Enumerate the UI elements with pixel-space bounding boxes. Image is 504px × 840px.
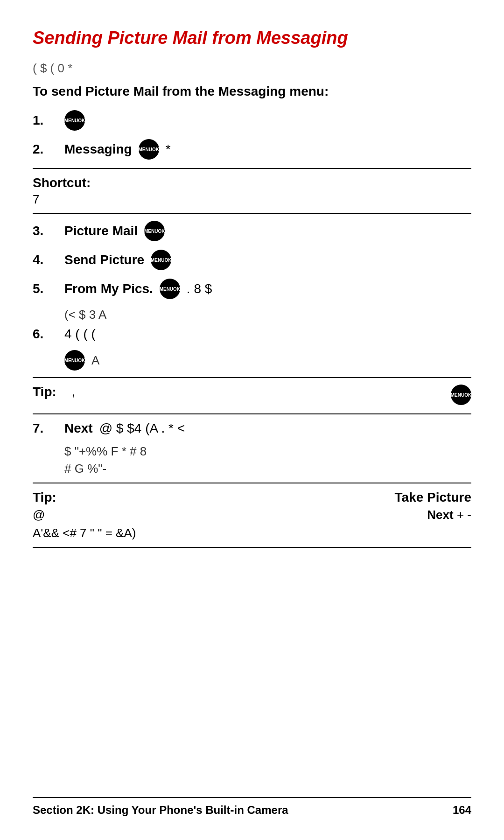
step-2: 2. Messaging MENUOK * xyxy=(33,139,471,160)
step-2-label: Messaging xyxy=(64,142,132,157)
step-7-content: Next @ $ $4 (A . * < xyxy=(64,421,185,436)
step-5-content: From My Pics. MENUOK . 8 $ xyxy=(64,279,212,299)
step-7: 7. Next @ $ $4 (A . * < xyxy=(33,421,471,436)
divider-3 xyxy=(33,377,471,378)
step-num-1: 1. xyxy=(33,113,56,128)
step-7-extra: @ $ $4 (A . * < xyxy=(99,421,185,436)
take-picture-label: Take Picture xyxy=(395,490,471,505)
tip-1-row: Tip: , MENUOK xyxy=(33,385,471,405)
divider-1 xyxy=(33,168,471,169)
divider-4 xyxy=(33,413,471,414)
step-5-extra: . 8 $ xyxy=(187,281,212,296)
step-7-line3: # G %"- xyxy=(64,462,471,476)
menu-ok-btn-1: MENUOK xyxy=(64,110,85,131)
step-6-sub1: MENUOK A xyxy=(64,350,471,371)
shortcut-label: Shortcut: xyxy=(33,175,471,190)
step-3-label: Picture Mail xyxy=(64,224,138,238)
step-3: 3. Picture Mail MENUOK xyxy=(33,221,471,241)
step-5-sub: (< $ 3 A xyxy=(64,308,471,322)
divider-2 xyxy=(33,213,471,214)
step-num-4: 4. xyxy=(33,252,56,267)
footer-right: 164 xyxy=(453,804,471,817)
step-6: 6. 4 ( ( ( xyxy=(33,327,471,342)
step-2-content: Messaging MENUOK * xyxy=(64,139,171,160)
step-1: 1. MENUOK xyxy=(33,110,471,131)
subtitle: ( $ ( 0 * xyxy=(33,61,471,76)
divider-5 xyxy=(33,483,471,483)
step-num-2: 2. xyxy=(33,142,56,157)
step-num-6: 6. xyxy=(33,327,56,342)
menu-ok-btn-tip: MENUOK xyxy=(451,385,471,405)
step-4-label: Send Picture xyxy=(64,252,144,267)
divider-6 xyxy=(33,547,471,548)
step-2-extra: * xyxy=(166,142,171,157)
step-num-7: 7. xyxy=(33,421,56,436)
step-1-content: MENUOK xyxy=(64,110,85,131)
step-3-content: Picture Mail MENUOK xyxy=(64,221,165,241)
step-4: 4. Send Picture MENUOK xyxy=(33,250,471,270)
tip-1-label: Tip: xyxy=(33,385,65,399)
footer-left: Section 2K: Using Your Phone's Built-in … xyxy=(33,804,288,817)
tip-1-content: , xyxy=(72,385,444,399)
menu-ok-btn-3: MENUOK xyxy=(144,221,165,241)
step-7-line2: $ "+%% F * # 8 xyxy=(64,444,471,459)
tip-2-block: Tip: Take Picture @ Next + - A'&& <# 7 "… xyxy=(33,490,471,540)
step-7-next: Next xyxy=(64,421,93,436)
step-4-content: Send Picture MENUOK xyxy=(64,250,171,270)
intro-text: To send Picture Mail from the Messaging … xyxy=(33,84,471,99)
tip-2-line2: A'&& <# 7 " " = &A) xyxy=(33,526,471,540)
menu-ok-btn-2: MENUOK xyxy=(139,139,159,160)
tip-2-label: Tip: xyxy=(33,490,65,505)
menu-ok-btn-4: MENUOK xyxy=(151,250,171,270)
step-num-3: 3. xyxy=(33,224,56,238)
step-6-content: 4 ( ( ( xyxy=(64,327,96,342)
step-5: 5. From My Pics. MENUOK . 8 $ xyxy=(33,279,471,299)
shortcut-value: 7 xyxy=(33,192,471,207)
menu-ok-btn-5: MENUOK xyxy=(160,279,180,299)
footer: Section 2K: Using Your Phone's Built-in … xyxy=(33,797,471,817)
tip-2-line1: @ Next + - xyxy=(33,508,471,522)
step-5-label: From My Pics. xyxy=(64,281,153,296)
menu-ok-btn-6: MENUOK xyxy=(64,350,85,371)
step-6-extra: 4 ( ( ( xyxy=(64,327,96,342)
step-num-5: 5. xyxy=(33,281,56,296)
page-title: Sending Picture Mail from Messaging xyxy=(33,28,471,48)
